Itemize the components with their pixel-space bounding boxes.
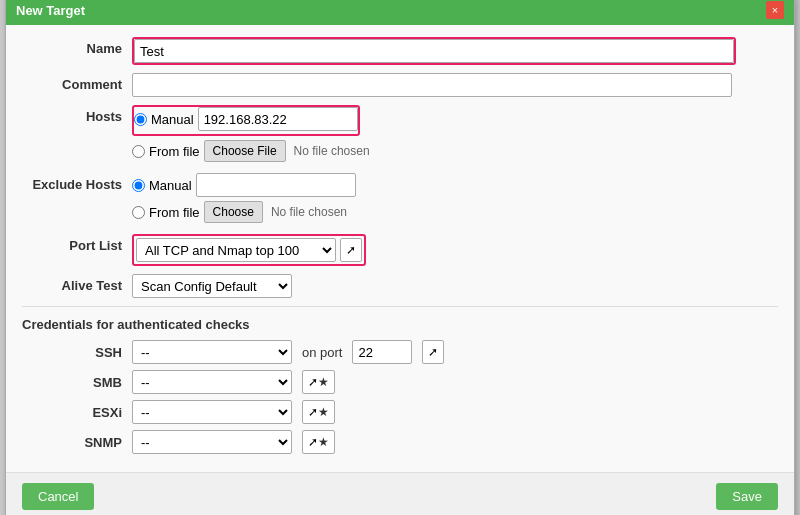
dialog-footer: Cancel Save [6, 472, 794, 515]
smb-select[interactable]: -- [132, 370, 292, 394]
ssh-select[interactable]: -- [132, 340, 292, 364]
exclude-file-row: From file Choose No file chosen [132, 201, 778, 223]
smb-label: SMB [22, 375, 132, 390]
ssh-port-input[interactable] [352, 340, 412, 364]
new-target-dialog: New Target × Name Comment Hosts [5, 0, 795, 515]
comment-content [132, 73, 778, 97]
new-window-icon: ➚ [346, 243, 356, 257]
hosts-manual-input[interactable] [198, 107, 358, 131]
save-button[interactable]: Save [716, 483, 778, 510]
snmp-row: SNMP -- ➚★ [22, 430, 778, 454]
smb-row: SMB -- ➚★ [22, 370, 778, 394]
comment-row: Comment [22, 73, 778, 97]
smb-star-icon: ★ [318, 375, 329, 389]
ssh-new-button[interactable]: ➚ [422, 340, 444, 364]
exclude-hosts-row: Exclude Hosts Manual From file Choose No… [22, 173, 778, 226]
snmp-select[interactable]: -- [132, 430, 292, 454]
credentials-title: Credentials for authenticated checks [22, 317, 778, 332]
port-list-row: Port List All TCP and Nmap top 100 ➚ [22, 234, 778, 266]
snmp-new-icon: ➚ [308, 435, 318, 449]
section-divider [22, 306, 778, 307]
exclude-file-label: From file [149, 205, 200, 220]
ssh-row: SSH -- on port ➚ [22, 340, 778, 364]
hosts-content: Manual From file Choose File No file cho… [132, 105, 778, 165]
exclude-file-radio[interactable] [132, 206, 145, 219]
hosts-manual-label: Manual [151, 112, 194, 127]
on-port-label: on port [302, 345, 342, 360]
comment-label: Comment [22, 73, 132, 92]
smb-new-button[interactable]: ➚★ [302, 370, 335, 394]
name-row: Name [22, 37, 778, 65]
port-list-label: Port List [22, 234, 132, 253]
exclude-hosts-label: Exclude Hosts [22, 173, 132, 192]
close-button[interactable]: × [766, 1, 784, 19]
hosts-file-radio[interactable] [132, 145, 145, 158]
port-list-content: All TCP and Nmap top 100 ➚ [132, 234, 778, 266]
port-list-highlighted-border: All TCP and Nmap top 100 ➚ [132, 234, 366, 266]
esxi-content: -- ➚★ [132, 400, 335, 424]
snmp-label: SNMP [22, 435, 132, 450]
hosts-file-label: From file [149, 144, 200, 159]
name-label: Name [22, 37, 132, 56]
esxi-star-icon: ★ [318, 405, 329, 419]
dialog-body: Name Comment Hosts Manual [6, 25, 794, 472]
dialog-title: New Target [16, 3, 85, 18]
name-content [132, 37, 778, 65]
ssh-content: -- on port ➚ [132, 340, 444, 364]
smb-new-icon: ➚ [308, 375, 318, 389]
alive-test-label: Alive Test [22, 274, 132, 293]
dialog-title-bar: New Target × [6, 0, 794, 25]
exclude-manual-input[interactable] [196, 173, 356, 197]
port-list-new-button[interactable]: ➚ [340, 238, 362, 262]
esxi-new-icon: ➚ [308, 405, 318, 419]
exclude-hosts-content: Manual From file Choose No file chosen [132, 173, 778, 226]
hosts-choose-file-button[interactable]: Choose File [204, 140, 286, 162]
smb-content: -- ➚★ [132, 370, 335, 394]
alive-test-select[interactable]: Scan Config Default [132, 274, 292, 298]
esxi-new-button[interactable]: ➚★ [302, 400, 335, 424]
esxi-select[interactable]: -- [132, 400, 292, 424]
ssh-new-icon: ➚ [428, 345, 438, 359]
hosts-no-file-text: No file chosen [294, 144, 370, 158]
exclude-no-file-text: No file chosen [271, 205, 347, 219]
name-highlighted-border [132, 37, 736, 65]
comment-input[interactable] [132, 73, 732, 97]
port-list-select[interactable]: All TCP and Nmap top 100 [136, 238, 336, 262]
snmp-star-icon: ★ [318, 435, 329, 449]
hosts-highlighted-border: Manual [132, 105, 360, 136]
ssh-label: SSH [22, 345, 132, 360]
esxi-label: ESXi [22, 405, 132, 420]
exclude-manual-label: Manual [149, 178, 192, 193]
snmp-new-button[interactable]: ➚★ [302, 430, 335, 454]
snmp-content: -- ➚★ [132, 430, 335, 454]
hosts-manual-radio[interactable] [134, 113, 147, 126]
hosts-label: Hosts [22, 105, 132, 124]
alive-test-content: Scan Config Default [132, 274, 778, 298]
name-input[interactable] [134, 39, 734, 63]
esxi-row: ESXi -- ➚★ [22, 400, 778, 424]
hosts-manual-row: Manual [134, 107, 358, 131]
exclude-manual-row: Manual [132, 173, 778, 197]
cancel-button[interactable]: Cancel [22, 483, 94, 510]
exclude-manual-radio[interactable] [132, 179, 145, 192]
exclude-choose-file-button[interactable]: Choose [204, 201, 263, 223]
alive-test-row: Alive Test Scan Config Default [22, 274, 778, 298]
hosts-row: Hosts Manual From file Choose File No fi… [22, 105, 778, 165]
hosts-file-row: From file Choose File No file chosen [132, 140, 778, 162]
